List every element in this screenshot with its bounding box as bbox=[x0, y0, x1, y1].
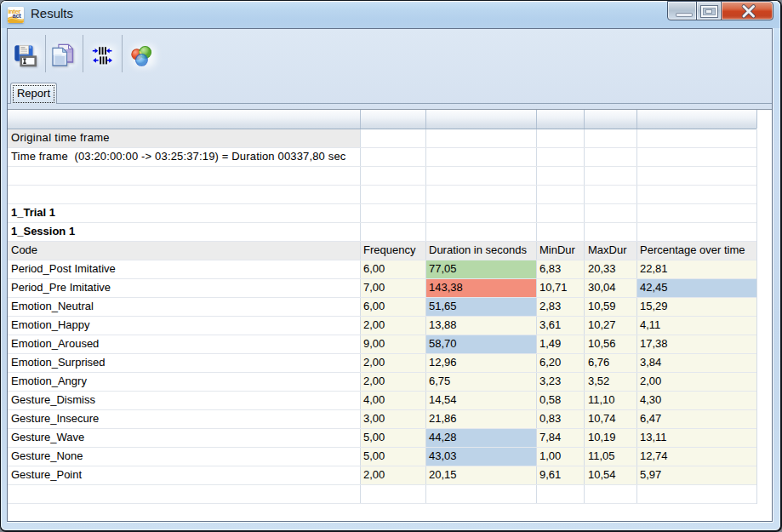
svg-text:act: act bbox=[13, 12, 22, 20]
